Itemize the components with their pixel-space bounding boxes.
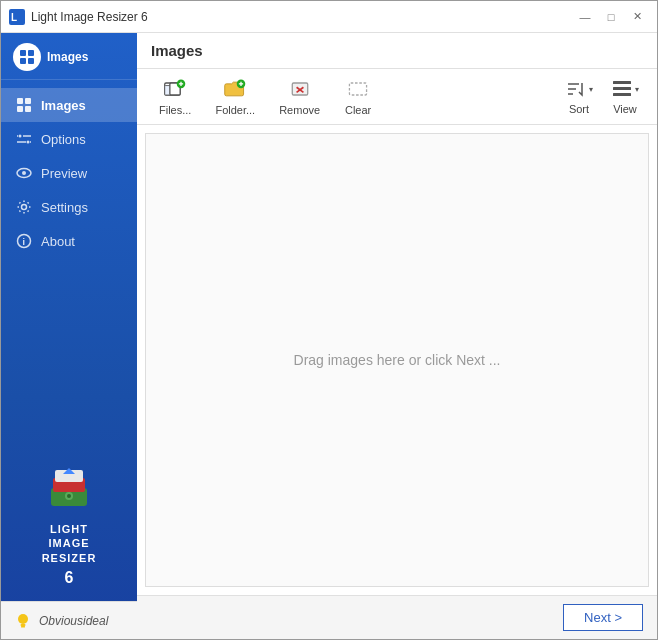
title-bar: L Light Image Resizer 6 — □ ✕ (1, 1, 657, 33)
options-icon (15, 130, 33, 148)
app-logo-svg (43, 460, 95, 512)
app-logo (41, 458, 97, 514)
remove-label: Remove (279, 104, 320, 116)
sidebar-item-images[interactable]: Images (1, 88, 137, 122)
sidebar-header: Images (1, 33, 137, 80)
sidebar-item-options[interactable]: Options (1, 122, 137, 156)
remove-button[interactable]: Remove (267, 71, 332, 122)
right-panel: Images (137, 33, 657, 639)
remove-icon (286, 77, 314, 101)
svg-rect-2 (20, 50, 26, 56)
bottom-bar: Next > (137, 595, 657, 639)
sort-icon-row: ▾ (565, 78, 593, 100)
sidebar-item-settings[interactable]: Settings (1, 190, 137, 224)
window-title: Light Image Resizer 6 (31, 10, 148, 24)
sort-button[interactable]: ▾ Sort (557, 72, 601, 121)
files-icon (161, 77, 189, 101)
files-label: Files... (159, 104, 191, 116)
clear-button[interactable]: Clear (332, 71, 384, 122)
window-controls: — □ ✕ (573, 7, 649, 27)
svg-rect-29 (21, 626, 25, 628)
close-button[interactable]: ✕ (625, 7, 649, 27)
svg-text:L: L (11, 12, 17, 23)
sidebar-logo-icon (13, 43, 41, 71)
sidebar-item-preview-label: Preview (41, 166, 87, 181)
svg-rect-46 (613, 81, 631, 84)
svg-rect-47 (613, 87, 631, 90)
sidebar-item-options-label: Options (41, 132, 86, 147)
svg-rect-8 (17, 106, 23, 112)
svg-rect-48 (613, 93, 631, 96)
sidebar-nav: Images Options (1, 80, 137, 444)
sidebar-footer: Obviousideal (1, 601, 137, 639)
sidebar-logo-label: Images (47, 50, 88, 64)
svg-point-26 (67, 494, 71, 498)
app-version: 6 (65, 569, 74, 587)
files-button[interactable]: Files... (147, 71, 203, 122)
maximize-button[interactable]: □ (599, 7, 623, 27)
next-button[interactable]: Next > (563, 604, 643, 631)
app-icon: L (9, 9, 25, 25)
svg-point-18 (22, 205, 27, 210)
preview-icon (15, 164, 33, 182)
images-nav-icon (19, 49, 35, 65)
toolbar: Files... Folder... (137, 69, 657, 125)
svg-point-27 (18, 614, 28, 624)
svg-rect-9 (25, 106, 31, 112)
clear-icon (344, 77, 372, 101)
svg-point-13 (27, 141, 30, 144)
folder-button[interactable]: Folder... (203, 71, 267, 122)
svg-rect-42 (350, 83, 367, 95)
app-name: LIGHT IMAGE RESIZER (42, 522, 97, 565)
svg-rect-6 (17, 98, 23, 104)
svg-rect-4 (20, 58, 26, 64)
view-icon-row: ▾ (611, 78, 639, 100)
images-icon (15, 96, 33, 114)
sidebar-item-settings-label: Settings (41, 200, 88, 215)
clear-label: Clear (345, 104, 371, 116)
folder-label: Folder... (215, 104, 255, 116)
svg-point-17 (22, 171, 26, 175)
content-area[interactable]: Drag images here or click Next ... (145, 133, 649, 587)
about-icon: i (15, 232, 33, 250)
bulb-icon (13, 611, 33, 631)
svg-rect-28 (21, 624, 26, 626)
sidebar-bottom: LIGHT IMAGE RESIZER 6 (1, 444, 137, 601)
title-bar-left: L Light Image Resizer 6 (9, 9, 148, 25)
view-dropdown-arrow: ▾ (635, 85, 639, 94)
main-content: Images Images (1, 33, 657, 639)
sort-label: Sort (569, 103, 589, 115)
sidebar: Images Images (1, 33, 137, 639)
minimize-button[interactable]: — (573, 7, 597, 27)
sidebar-item-images-label: Images (41, 98, 86, 113)
panel-title: Images (151, 42, 203, 59)
panel-header: Images (137, 33, 657, 69)
sidebar-item-preview[interactable]: Preview (1, 156, 137, 190)
settings-icon (15, 198, 33, 216)
view-icon (611, 78, 633, 100)
svg-rect-7 (25, 98, 31, 104)
view-label: View (613, 103, 637, 115)
svg-rect-5 (28, 58, 34, 64)
view-button[interactable]: ▾ View (603, 72, 647, 121)
footer-brand-label: Obviousideal (39, 614, 108, 628)
toolbar-right: ▾ Sort ▾ (557, 72, 647, 121)
drop-hint: Drag images here or click Next ... (294, 352, 501, 368)
app-window: L Light Image Resizer 6 — □ ✕ (0, 0, 658, 640)
svg-point-10 (19, 135, 22, 138)
sidebar-item-about[interactable]: i About (1, 224, 137, 258)
folder-icon (221, 77, 249, 101)
svg-text:i: i (23, 237, 26, 247)
svg-rect-3 (28, 50, 34, 56)
sort-icon (565, 78, 587, 100)
sidebar-item-about-label: About (41, 234, 75, 249)
sort-dropdown-arrow: ▾ (589, 85, 593, 94)
